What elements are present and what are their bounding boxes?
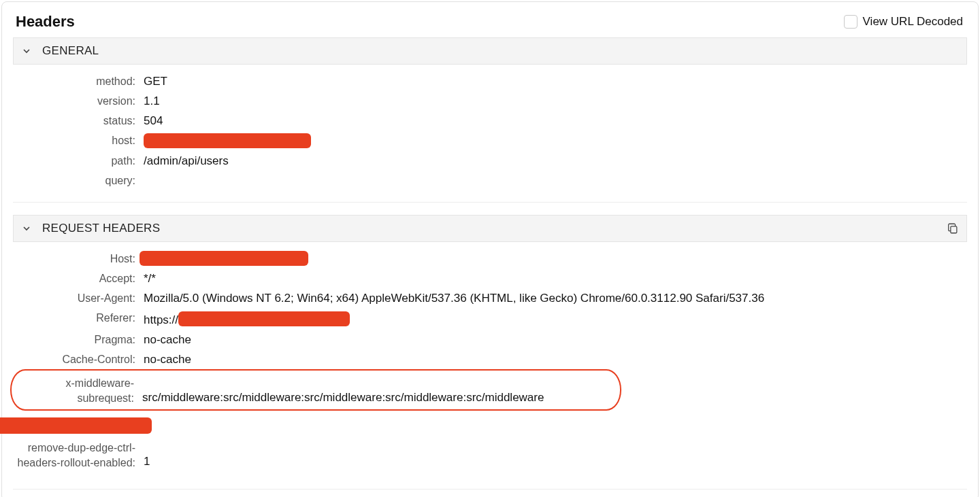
row-method: method: GET (13, 71, 967, 91)
row-user-agent: User-Agent: Mozilla/5.0 (Windows NT 6.2;… (13, 288, 967, 308)
row-query: query: (13, 171, 967, 190)
key-user-agent: User-Agent: (13, 291, 140, 305)
request-headers-rows: Host: Accept: */* User-Agent: Mozilla/5.… (13, 242, 967, 485)
val-user-agent: Mozilla/5.0 (Windows NT 6.2; Win64; x64)… (140, 291, 967, 305)
val-redacted-unknown (140, 416, 967, 417)
referer-prefix: https:// (144, 313, 178, 326)
section-title-general: GENERAL (42, 44, 99, 58)
val-path: /admin/api/users (140, 154, 967, 168)
checkbox-icon[interactable] (844, 15, 858, 29)
row-pragma: Pragma: no-cache (13, 330, 967, 349)
key-x-middleware-subrequest: x-middleware-subrequest: (12, 375, 138, 405)
val-x-middleware-subrequest: src/middleware:src/middleware:src/middle… (138, 390, 613, 405)
row-status: status: 504 (13, 111, 967, 131)
panel-title: Headers (16, 13, 75, 31)
val-version: 1.1 (140, 94, 967, 108)
key-accept: Accept: (13, 271, 140, 285)
svg-rect-0 (951, 226, 957, 233)
row-req-host: Host: (13, 249, 967, 269)
copy-icon[interactable] (946, 222, 960, 235)
key-method: method: (13, 74, 140, 88)
section-header-general[interactable]: GENERAL (13, 37, 967, 65)
row-path: path: /admin/api/users (13, 151, 967, 171)
row-referer: Referer: https:// (13, 308, 967, 330)
key-cache-control: Cache-Control: (13, 352, 140, 366)
key-query: query: (13, 173, 140, 187)
key-redacted-unknown (13, 416, 140, 434)
chevron-down-icon (22, 46, 31, 56)
key-pragma: Pragma: (13, 332, 140, 346)
view-url-decoded-label: View URL Decoded (863, 15, 963, 29)
key-host: host: (13, 133, 140, 147)
section-header-request-headers[interactable]: REQUEST HEADERS (13, 215, 967, 242)
chevron-down-icon (22, 224, 31, 233)
key-req-host: Host: (13, 252, 140, 265)
key-version: version: (13, 94, 140, 107)
panel-header: Headers View URL Decoded (13, 7, 967, 37)
redacted-block (178, 311, 350, 326)
row-host: host: (13, 131, 967, 151)
key-path: path: (13, 154, 140, 167)
row-cache-control: Cache-Control: no-cache (13, 349, 967, 369)
val-cache-control: no-cache (140, 352, 967, 366)
row-x-middleware-subrequest: x-middleware-subrequest: src/middleware:… (12, 375, 613, 405)
val-referer: https:// (140, 311, 967, 327)
headers-panel: Headers View URL Decoded GENERAL method:… (1, 1, 979, 497)
val-query (140, 173, 967, 174)
row-remove-dup: remove-dup-edge-ctrl-headers-rollout-ena… (13, 436, 967, 473)
val-method: GET (140, 74, 967, 88)
val-remove-dup: 1 (140, 454, 967, 470)
view-url-decoded-toggle[interactable]: View URL Decoded (844, 15, 967, 29)
key-remove-dup: remove-dup-edge-ctrl-headers-rollout-ena… (13, 439, 140, 470)
redacted-block (140, 251, 308, 266)
redacted-block (0, 417, 152, 434)
key-status: status: (13, 114, 140, 127)
val-accept: */* (140, 271, 967, 286)
row-accept: Accept: */* (13, 269, 967, 288)
highlighted-row: x-middleware-subrequest: src/middleware:… (10, 369, 621, 411)
row-redacted-unknown (13, 413, 967, 436)
section-title-request-headers: REQUEST HEADERS (42, 222, 160, 235)
val-pragma: no-cache (140, 332, 967, 347)
general-rows: method: GET version: 1.1 status: 504 hos… (13, 65, 967, 203)
val-req-host (140, 252, 967, 267)
redacted-block (144, 133, 311, 148)
row-version: version: 1.1 (13, 91, 967, 111)
val-host (140, 133, 967, 148)
key-referer: Referer: (13, 311, 140, 324)
panel-footer-divider (13, 489, 967, 490)
val-status: 504 (140, 114, 967, 128)
